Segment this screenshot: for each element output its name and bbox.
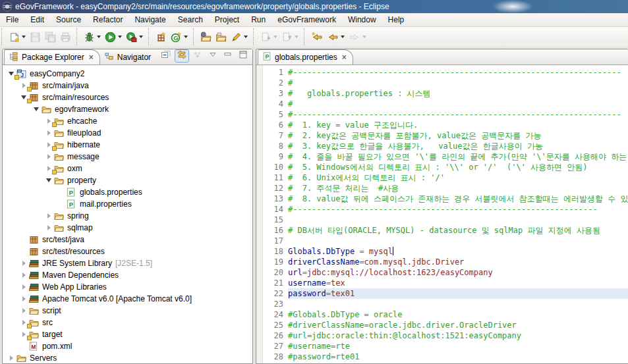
editor-line-1[interactable]: 1#--------------------------------------…: [256, 67, 628, 78]
new-button[interactable]: [7, 31, 27, 43]
tree-item-web-app-libraries[interactable]: Web App Libraries: [3, 281, 252, 293]
menu-egovframework[interactable]: eGovFramework: [271, 14, 342, 26]
editor-line-7[interactable]: 7# 2. key값은 공백문자를 포함불가, value값은 공백문자를 가능: [256, 130, 628, 141]
dropdown-arrow-icon[interactable]: [273, 36, 277, 38]
expand-arrow-icon[interactable]: [19, 261, 28, 266]
editor-line-21[interactable]: 21username=tex: [256, 278, 628, 288]
debug-button[interactable]: [82, 31, 102, 43]
menu-refactor[interactable]: Refactor: [87, 14, 128, 26]
editor-line-4[interactable]: 4#: [256, 99, 628, 109]
expand-arrow-icon[interactable]: [19, 284, 28, 290]
tree-item-pom-xml[interactable]: Mpom.xml: [3, 340, 252, 352]
tab-package-explorer[interactable]: Package Explorer ×: [4, 49, 100, 65]
editor-line-9[interactable]: 9# 4. 줄을 바꿀 필요가 있으면 '\'를 라인의 끝에 추가(만약 '\…: [256, 151, 628, 162]
editor-line-14[interactable]: 14#-------------------------------------…: [256, 204, 628, 215]
editor-line-8[interactable]: 8# 3. key값으로 한글을 사용불가, value값은 한글사용이 가능: [256, 141, 628, 151]
open-java-resource-button[interactable]: [199, 31, 213, 43]
editor-line-3[interactable]: 3# globals.properties : 시스템: [256, 88, 628, 99]
menu-source[interactable]: Source: [50, 14, 87, 26]
expand-arrow-icon[interactable]: [19, 296, 28, 301]
new-java-ee-wizard-button[interactable]: [154, 31, 168, 43]
menu-navigate[interactable]: Navigate: [128, 14, 171, 26]
editor-line-11[interactable]: 11# 6. Unix에서의 디렉토리 표시 : '/': [256, 172, 628, 183]
editor-line-27[interactable]: 27#username=rte: [256, 341, 628, 351]
tree-item-hibernate[interactable]: hibernate: [3, 139, 252, 151]
tree-item-sqlmap[interactable]: sqlmap: [3, 222, 252, 234]
collapse-all-button[interactable]: [159, 50, 173, 62]
editor-line-28[interactable]: 28#password=rte01: [256, 351, 628, 362]
editor-line-17[interactable]: 17: [256, 236, 628, 246]
link-with-editor-button[interactable]: [175, 49, 189, 63]
dropdown-arrow-icon[interactable]: [184, 36, 188, 38]
tree-item-apache-tomcat-v6-0-apache-tomcat-v6-0-[interactable]: Apache Tomcat v6.0 [Apache Tomcat v6.0]: [3, 293, 252, 305]
editor-line-2[interactable]: 2#: [256, 78, 628, 88]
close-tab-icon[interactable]: ×: [89, 53, 94, 62]
editor-line-5[interactable]: 5#--------------------------------------…: [256, 109, 628, 120]
editor-line-10[interactable]: 10# 5. Windows에서의 디렉토리 표시 : '\\' or '/' …: [256, 162, 628, 172]
tree-item-ehcache[interactable]: ehcache: [3, 115, 252, 127]
editor-line-23[interactable]: 23: [256, 299, 628, 309]
expand-arrow-icon[interactable]: [44, 213, 53, 219]
tree-item-oxm[interactable]: oxm: [3, 163, 252, 174]
editor-line-26[interactable]: 26#url=jdbc:oracle:thin:@localhost:1521:…: [256, 330, 628, 341]
menu-file[interactable]: File: [0, 14, 24, 26]
tree-item-servers[interactable]: Servers: [3, 352, 252, 364]
tree-item-spring[interactable]: spring: [3, 210, 252, 222]
expand-arrow-icon[interactable]: [7, 355, 16, 361]
text-editor[interactable]: 1#--------------------------------------…: [256, 65, 628, 363]
tree-item-message[interactable]: message: [3, 151, 252, 163]
menu-run[interactable]: Run: [245, 14, 271, 26]
editor-line-25[interactable]: 25#driverClassName=oracle.jdbc.driver.Or…: [256, 320, 628, 330]
editor-line-15[interactable]: 15: [256, 215, 628, 225]
run-button[interactable]: [103, 31, 123, 43]
maximize-view-button[interactable]: [237, 50, 250, 62]
editor-line-12[interactable]: 12# 7. 주석문 처리는 #사용: [256, 183, 628, 194]
tree-item-src-main-java[interactable]: src/main/java: [3, 80, 252, 91]
dropdown-arrow-icon[interactable]: [295, 36, 299, 38]
menu-help[interactable]: Help: [382, 14, 411, 26]
tree-item-easycompany2[interactable]: JMeasyCompany2: [3, 68, 252, 80]
editor-line-6[interactable]: 6# 1. key = value 구조입니다.: [256, 120, 628, 130]
tree-item-jre-system-library[interactable]: JRE System Library[J2SE-1.5]: [3, 257, 252, 269]
dropdown-arrow-icon[interactable]: [362, 36, 366, 38]
expand-arrow-icon[interactable]: [44, 154, 53, 159]
editor-line-24[interactable]: 24#Globals.DbType = oracle: [256, 309, 628, 320]
editor-line-16[interactable]: 16# DB서버 타입(ORACLE, MYSQL) - datasource …: [256, 225, 628, 236]
run-external-tools-button[interactable]: [125, 31, 144, 43]
editor-line-19[interactable]: 19driverClassName=com.mysql.jdbc.Driver: [256, 257, 628, 267]
view-chevron-button[interactable]: [206, 50, 219, 62]
gwt-compile-button[interactable]: G: [169, 31, 189, 43]
tree-item-property[interactable]: property: [3, 174, 252, 186]
editor-line-20[interactable]: 20url=jdbc:mysql://localhost:1623/easyCo…: [256, 267, 628, 278]
close-tab-icon[interactable]: ×: [342, 53, 347, 62]
tree-item-src-main-resources[interactable]: src/main/resources: [3, 91, 252, 103]
mark-occurrences-button[interactable]: [229, 31, 249, 43]
menu-edit[interactable]: Edit: [24, 14, 50, 26]
dropdown-arrow-icon[interactable]: [244, 36, 248, 38]
tree-item-target[interactable]: target: [3, 328, 252, 340]
editor-line-18[interactable]: 18Globals.DbType = mysql: [256, 246, 628, 257]
expand-arrow-icon[interactable]: [19, 308, 28, 313]
tree-item-maven-dependencies[interactable]: Maven Dependencies: [3, 269, 252, 281]
expand-arrow-icon[interactable]: [44, 225, 53, 230]
expand-arrow-icon[interactable]: [19, 273, 28, 278]
menu-project[interactable]: Project: [209, 14, 245, 26]
tree-item-mail-properties[interactable]: Pmail.properties: [3, 198, 252, 210]
tree-item-egovframework[interactable]: egovframework: [3, 103, 252, 115]
last-edit-location-button[interactable]: [310, 31, 324, 43]
menu-window[interactable]: Window: [342, 14, 382, 26]
open-folder-button[interactable]: [214, 31, 228, 43]
dropdown-arrow-icon[interactable]: [139, 36, 143, 38]
editor-line-13[interactable]: 13# 8. value값 뒤에 스페이스가 존재하는 경우 서블릿에서 참조할…: [256, 194, 628, 204]
tab-navigator[interactable]: Navigator: [100, 50, 157, 65]
expand-arrow-icon[interactable]: [44, 130, 53, 136]
tree-item-fileupload[interactable]: fileupload: [3, 127, 252, 139]
tree-item-script[interactable]: script: [3, 305, 252, 317]
minimize-view-button[interactable]: [221, 50, 235, 62]
tree-item-globals-properties[interactable]: Pglobals.properties: [3, 186, 252, 198]
dropdown-arrow-icon[interactable]: [22, 36, 26, 38]
tree-item-src[interactable]: src: [3, 317, 252, 328]
back-button[interactable]: [326, 31, 346, 43]
dropdown-arrow-icon[interactable]: [97, 36, 101, 38]
expand-arrow-icon[interactable]: [32, 107, 41, 111]
